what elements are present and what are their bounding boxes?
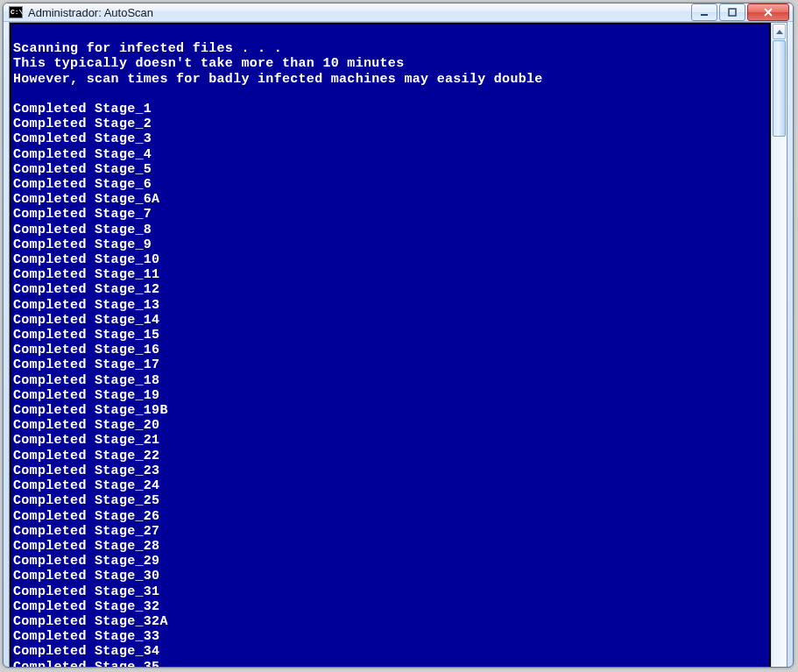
client-area: Scanning for infected files . . . This t… — [9, 22, 787, 668]
vertical-scrollbar[interactable] — [771, 23, 787, 668]
scroll-thumb[interactable] — [773, 40, 786, 137]
maximize-button[interactable] — [719, 4, 745, 21]
minimize-icon — [700, 8, 709, 17]
chevron-up-icon — [776, 30, 783, 34]
svg-rect-1 — [729, 9, 736, 16]
console-output[interactable]: Scanning for infected files . . . This t… — [10, 23, 771, 668]
minimize-button[interactable] — [691, 4, 717, 21]
svg-rect-0 — [701, 14, 708, 16]
titlebar[interactable]: C:\. Administrador: AutoScan — [4, 4, 793, 22]
cmd-icon: C:\. — [9, 6, 23, 18]
window-controls — [691, 4, 789, 21]
close-button[interactable] — [747, 4, 789, 21]
close-icon — [763, 8, 773, 17]
window-title: Administrador: AutoScan — [28, 6, 691, 19]
maximize-icon — [728, 8, 737, 17]
scroll-track[interactable] — [773, 40, 786, 668]
cmd-window: C:\. Administrador: AutoScan Scanning fo… — [3, 3, 794, 668]
scroll-up-button[interactable] — [773, 24, 786, 39]
